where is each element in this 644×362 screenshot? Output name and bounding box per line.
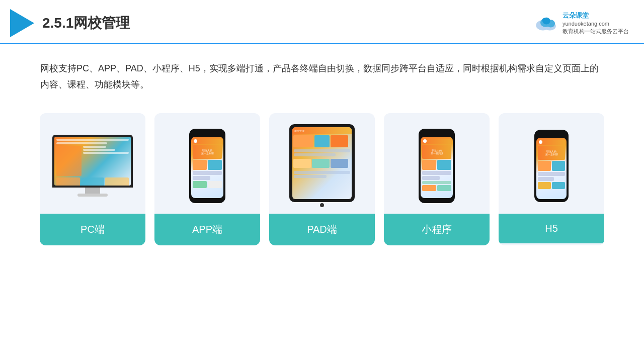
card-h5: 职达人的第一堂判课	[499, 113, 604, 245]
tablet-mockup: 课堂管理	[289, 124, 355, 207]
card-miniapp-label: 小程序	[384, 214, 490, 245]
card-h5-image: 职达人的第一堂判课	[499, 113, 604, 214]
brand-text-block: 云朵课堂 yunduoketang.com 教育机构一站式服务云平台	[562, 11, 629, 36]
pc-mockup	[52, 135, 133, 197]
card-pad-image: 课堂管理	[269, 113, 375, 214]
card-pc: PC端	[40, 113, 145, 245]
card-app-image: 职达人的第一堂判课	[154, 113, 260, 214]
page-header: 2.5.1网校管理 云朵课堂 yunduoketang.com 教育机构一站式服…	[0, 0, 644, 44]
cloud-icon	[533, 14, 559, 32]
phone-mockup-h5: 职达人的第一堂判课	[534, 130, 569, 202]
card-app: 职达人的第一堂判课	[154, 113, 260, 245]
description-content: 网校支持PC、APP、PAD、小程序、H5，实现多端打通，产品各终端自由切换，数…	[40, 60, 604, 93]
svg-point-5	[542, 18, 547, 23]
brand-logo: 云朵课堂 yunduoketang.com 教育机构一站式服务云平台	[533, 11, 629, 36]
card-app-label: APP端	[154, 214, 260, 245]
card-pad: 课堂管理	[269, 113, 375, 245]
card-pc-label: PC端	[40, 214, 145, 245]
card-pad-label: PAD端	[269, 214, 375, 245]
brand-url: yunduoketang.com	[562, 20, 629, 28]
phone-mockup-miniapp: 职达人的第一堂判课	[419, 129, 455, 203]
brand-name: 云朵课堂	[562, 11, 629, 20]
page-title: 2.5.1网校管理	[42, 14, 130, 33]
card-pc-image	[40, 113, 145, 214]
brand-tagline: 教育机构一站式服务云平台	[562, 28, 629, 35]
cards-container: PC端 职达人的第一堂判课	[0, 103, 644, 255]
phone-mockup-app: 职达人的第一堂判课	[189, 129, 225, 203]
description-text: 网校支持PC、APP、PAD、小程序、H5，实现多端打通，产品各终端自由切换，数…	[0, 44, 644, 103]
logo-triangle-icon	[10, 9, 34, 37]
card-h5-label: H5	[499, 214, 604, 243]
header-left: 2.5.1网校管理	[10, 9, 130, 37]
card-miniapp: 职达人的第一堂判课	[384, 113, 490, 245]
card-miniapp-image: 职达人的第一堂判课	[384, 113, 490, 214]
